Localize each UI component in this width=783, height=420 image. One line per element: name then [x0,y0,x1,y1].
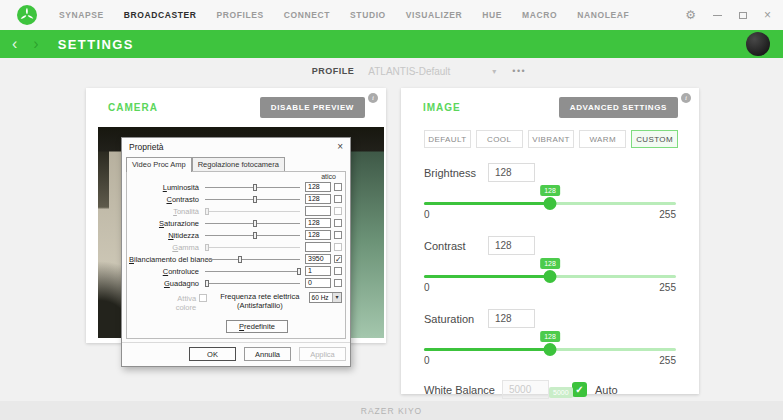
dialog-slider[interactable] [203,219,302,228]
slider-track[interactable] [424,275,676,278]
slider-value-input[interactable] [488,309,535,328]
slider-value-input[interactable] [488,163,535,182]
advanced-settings-button[interactable]: ADVANCED SETTINGS [559,97,678,118]
frequency-row: Attiva colore Frequenza rete elettrica (… [129,292,342,312]
white-balance-auto-checkbox[interactable]: ✓ [572,382,587,397]
dialog-value-field [305,242,331,252]
preset-custom[interactable]: CUSTOM [631,130,678,148]
profile-bar: PROFILE ATLANTIS-Default ▾ ••• [0,58,783,84]
nav-item-macro[interactable]: MACRO [522,10,557,20]
dialog-slider-thumb[interactable] [253,196,257,203]
dialog-auto-checkbox[interactable] [334,279,342,287]
white-balance-slider-tooltip: 5000 [549,387,573,398]
dialog-value-field[interactable]: 3950 [305,254,331,264]
ok-button[interactable]: OK [189,347,236,361]
image-panel-title: IMAGE [423,102,461,113]
dialog-tab-page: atico Luminosità128Contrasto128TonalitàS… [126,171,346,339]
preset-cool[interactable]: COOL [476,130,523,148]
cancel-button[interactable]: Annulla [244,347,291,361]
slider-track[interactable] [424,202,676,205]
frequency-label-line1: Frequenza rete elettrica [220,292,299,301]
profile-more-button[interactable]: ••• [512,66,526,76]
dialog-value-field[interactable]: 128 [305,182,331,192]
nav-item-visualizer[interactable]: VISUALIZER [406,10,463,20]
dialog-auto-checkbox[interactable] [334,231,342,239]
default-settings-button[interactable]: Predefinite [226,320,288,333]
dialog-slider-thumb[interactable] [253,220,257,227]
close-icon[interactable]: × [764,9,771,21]
image-info-icon[interactable]: i [681,93,691,103]
frequency-dropdown-chevron-icon[interactable]: ▾ [332,293,341,302]
preset-default[interactable]: DEFAULT [424,130,471,148]
dialog-slider-thumb[interactable] [253,184,257,191]
preset-warm[interactable]: WARM [579,130,626,148]
disable-preview-button[interactable]: DISABLE PREVIEW [260,97,365,118]
frequency-label: Frequenza rete elettrica (Antisfarfallio… [215,292,304,311]
nav-item-profiles[interactable]: PROFILES [217,10,264,20]
back-chevron-icon[interactable]: ‹ [12,36,17,52]
nav-item-hue[interactable]: HUE [482,10,502,20]
slider-fill [424,348,550,351]
dialog-row-label: Contrasto [129,195,203,204]
dialog-auto-checkbox[interactable]: ✓ [334,255,342,263]
slider-label: Saturation [424,313,488,325]
slider-scale: 0255 [424,209,676,220]
auto-column-header: atico [129,173,342,181]
nav-item-connect[interactable]: CONNECT [284,10,330,20]
slider-tooltip: 128 [540,331,560,342]
dialog-auto-checkbox[interactable] [334,267,342,275]
white-balance-auto-label: Auto [595,384,618,396]
slider-max-label: 255 [659,355,676,366]
slider-section-contrast: Contrast1280255 [424,236,676,294]
white-balance-label: White Balance [424,384,502,396]
dialog-slider[interactable] [203,195,302,204]
camera-panel-title: CAMERA [108,102,158,113]
settings-gear-icon[interactable]: ⚙ [685,9,696,21]
dialog-value-field[interactable]: 1 [305,266,331,276]
nav-item-studio[interactable]: STUDIO [350,10,386,20]
dialog-slider[interactable] [203,183,302,192]
slider-section-saturation: Saturation1280255 [424,309,676,367]
page-title: SETTINGS [58,37,134,52]
dialog-row-label: Luminosità [129,183,203,192]
maximize-icon[interactable] [739,12,747,19]
dialog-value-field[interactable]: 128 [305,194,331,204]
dialog-close-icon[interactable]: × [337,142,343,152]
dialog-value-field[interactable]: 128 [305,230,331,240]
dialog-slider[interactable] [203,255,302,264]
profile-avatar[interactable] [746,32,770,56]
slider-min-label: 0 [424,209,430,220]
dialog-slider-thumb [205,208,209,215]
dialog-slider[interactable] [203,231,302,240]
frequency-dropdown[interactable]: 60 Hz ▾ [309,292,342,303]
nav-item-synapse[interactable]: SYNAPSE [59,10,104,20]
device-footer: RAZER KIYO [0,401,783,420]
dialog-slider-thumb[interactable] [253,232,257,239]
dialog-auto-checkbox[interactable] [334,183,342,191]
dialog-tab-video-proc-amp[interactable]: Video Proc Amp [126,157,192,172]
attiva-colore-label: Attiva colore [159,292,199,312]
dialog-auto-checkbox[interactable] [334,195,342,203]
dialog-slider-thumb[interactable] [297,268,301,275]
dialog-value-field[interactable]: 128 [305,218,331,228]
slider-track[interactable] [424,348,676,351]
dialog-tab-regolazione-fotocamera[interactable]: Regolazione fotocamera [192,157,285,171]
dialog-slider-thumb[interactable] [205,280,209,287]
slider-value-input[interactable] [488,236,535,255]
slider-head: Contrast [424,236,676,255]
nav-item-nanoleaf[interactable]: NANOLEAF [577,10,629,20]
dialog-slider[interactable] [203,279,302,288]
profile-dropdown-value: ATLANTIS-Default [368,66,450,77]
dialog-row-bilanciamento-del-bianco: Bilanciamento del bianco3950✓ [129,253,342,265]
dialog-slider[interactable] [203,267,302,276]
minimize-icon[interactable] [713,15,722,16]
preset-vibrant[interactable]: VIBRANT [528,130,575,148]
dialog-auto-checkbox[interactable] [334,219,342,227]
dialog-slider-thumb[interactable] [238,256,242,263]
nav-item-broadcaster[interactable]: BROADCASTER [124,10,197,20]
dialog-value-field[interactable]: 0 [305,278,331,288]
forward-chevron-icon[interactable]: › [33,36,38,52]
dialog-row-saturazione: Saturazione128 [129,217,342,229]
profile-dropdown[interactable]: ATLANTIS-Default ▾ [368,66,496,77]
camera-info-icon[interactable]: i [368,93,378,103]
